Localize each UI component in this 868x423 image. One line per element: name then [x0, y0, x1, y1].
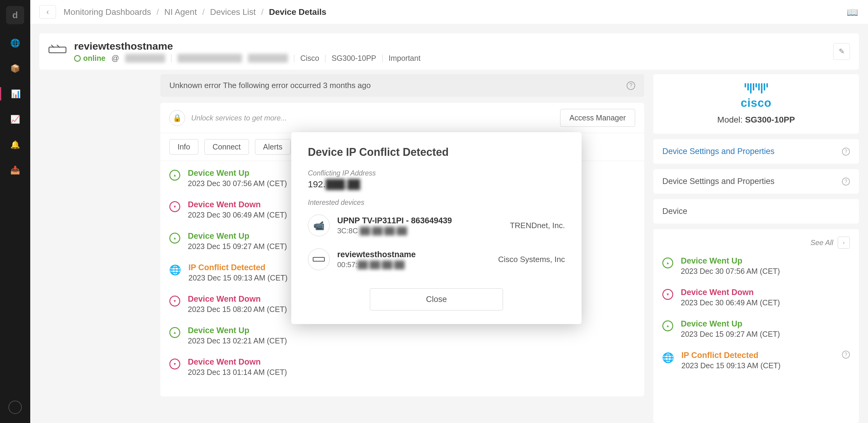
side-event-title: Device Went Up	[681, 256, 780, 266]
access-manager-button[interactable]: Access Manager	[560, 109, 635, 127]
event-title: Device Went Down	[188, 357, 287, 367]
conflict-device-row[interactable]: reviewtesthostname 00:57:██:██:██:██ Cis…	[308, 242, 565, 276]
model-prefix: Model:	[717, 115, 743, 124]
event-title: Device Went Up	[188, 326, 287, 335]
error-text: Unknown error The following error occurr…	[169, 81, 371, 90]
device-settings-link-2[interactable]: Device Settings and Properties	[662, 177, 775, 186]
switch-device-icon	[308, 248, 330, 270]
side-event-date: 2023 Dec 30 06:49 AM (CET)	[681, 298, 780, 307]
at-symbol: @	[112, 54, 119, 63]
ip-conflict-modal: Device IP Conflict Detected Conflicting …	[291, 132, 582, 324]
nav-globe-icon[interactable]: 🌐	[8, 36, 22, 50]
event-title: Device Went Up	[188, 169, 287, 178]
help-icon[interactable]: ?	[842, 148, 850, 155]
tab-info[interactable]: Info	[169, 139, 198, 155]
modal-title: Device IP Conflict Detected	[308, 146, 565, 158]
side-event[interactable]: Device Went Up2023 Dec 30 07:56 AM (CET)	[662, 256, 850, 276]
ip-label: Conflicting IP Address	[308, 169, 565, 177]
svg-rect-3	[313, 258, 324, 262]
svg-rect-0	[49, 47, 66, 53]
nav-dashboard-icon[interactable]: 📊	[0, 87, 30, 100]
back-button[interactable]: ‹	[39, 5, 56, 19]
range-masked: ███████	[248, 54, 288, 63]
mac-masked: ██:██:██:██:██	[178, 54, 242, 63]
device-name: UPNP TV-IP311PI - 863649439	[337, 216, 452, 225]
crumb-current: Device Details	[269, 7, 326, 17]
event-date: 2023 Dec 15 09:27 AM (CET)	[188, 242, 287, 251]
device-link[interactable]: Device	[662, 207, 687, 216]
mac-masked: ██:██:██:██	[358, 261, 405, 269]
settings-link-card-2: Device Settings and Properties ?	[653, 169, 859, 194]
event-date: 2023 Dec 13 01:14 AM (CET)	[188, 368, 287, 377]
importance-label: Important	[389, 54, 421, 63]
nav-inbox-icon[interactable]: 📥	[8, 163, 22, 177]
side-event-date: 2023 Dec 15 09:27 AM (CET)	[681, 330, 780, 339]
crumb-0[interactable]: Monitoring Dashboards	[63, 7, 151, 17]
top-bar: ‹ Monitoring Dashboards/ NI Agent/ Devic…	[30, 0, 868, 24]
app-logo[interactable]: d	[6, 6, 24, 24]
chevron-right-icon[interactable]: ›	[838, 237, 850, 249]
edit-button[interactable]: ✎	[833, 43, 850, 60]
event-title: Device Went Down	[188, 200, 287, 209]
nav-box-icon[interactable]: 📦	[8, 62, 22, 75]
device-settings-link[interactable]: Device Settings and Properties	[662, 147, 775, 156]
nav-chart-icon[interactable]: 📈	[8, 113, 22, 126]
device-name: reviewtesthostname	[337, 250, 416, 259]
device-vendor: Cisco Systems, Inc	[498, 255, 565, 264]
crumb-1[interactable]: NI Agent	[164, 7, 196, 17]
mac-masked: :██:██:██:██	[358, 226, 407, 235]
see-all-link[interactable]: See All	[810, 238, 833, 247]
mac-prefix: 3C:8C	[337, 226, 358, 235]
unlock-text: Unlock services to get more...	[191, 114, 287, 122]
tab-alerts[interactable]: Alerts	[255, 139, 291, 155]
cisco-wordmark: cisco	[662, 96, 850, 110]
side-event[interactable]: Device Went Up2023 Dec 15 09:27 AM (CET)	[662, 319, 850, 339]
event-date: 2023 Dec 15 08:20 AM (CET)	[188, 305, 287, 314]
devices-label: Interested devices	[308, 199, 565, 207]
event-date: 2023 Dec 13 02:21 AM (CET)	[188, 336, 287, 345]
camera-device-icon: 📹	[308, 214, 330, 236]
device-hostname: reviewtesthostname	[74, 40, 421, 52]
docs-icon[interactable]: 📖	[846, 5, 859, 19]
side-event-title: IP Conflict Detected	[681, 351, 781, 360]
cisco-logo-icon	[662, 83, 850, 93]
error-help-icon[interactable]: ?	[627, 81, 635, 90]
crumb-2[interactable]: Devices List	[210, 7, 255, 17]
left-nav-rail: d 🌐 📦 📊 📈 🔔 📥	[0, 0, 30, 423]
vendor-label: Cisco	[300, 54, 319, 63]
ip-prefix: 192.	[308, 179, 326, 189]
settings-link-card: Device Settings and Properties ?	[653, 139, 859, 164]
model-card: cisco Model: SG300-10PP	[653, 74, 859, 134]
nav-bell-icon[interactable]: 🔔	[8, 138, 22, 151]
event-title: Device Went Up	[188, 232, 287, 241]
unlock-row: 🔒 Unlock services to get more... Access …	[160, 103, 644, 133]
mac-prefix: 00:57:	[337, 261, 358, 269]
side-event-title: Device Went Up	[681, 319, 780, 329]
nav-user-avatar[interactable]	[8, 401, 22, 414]
device-link-card: Device	[653, 199, 859, 223]
ip-masked: ███████	[125, 54, 165, 63]
event-title: IP Conflict Detected	[188, 263, 288, 272]
error-banner: Unknown error The following error occurr…	[160, 74, 644, 97]
conflict-device-row[interactable]: 📹 UPNP TV-IP311PI - 863649439 3C:8C:██:█…	[308, 209, 565, 242]
help-icon[interactable]: ?	[842, 178, 850, 185]
side-event-date: 2023 Dec 30 07:56 AM (CET)	[681, 267, 780, 276]
tab-connect[interactable]: Connect	[205, 139, 249, 155]
help-icon[interactable]: ?	[842, 351, 850, 359]
model-label: SG300-10PP	[332, 54, 376, 63]
timeline-event[interactable]: Device Went Down2023 Dec 13 01:14 AM (CE…	[169, 357, 635, 377]
close-button[interactable]: Close	[370, 289, 503, 310]
timeline-event[interactable]: Device Went Up2023 Dec 13 02:21 AM (CET)	[169, 326, 635, 345]
side-event-title: Device Went Down	[681, 288, 780, 297]
side-event[interactable]: Device Went Down2023 Dec 30 06:49 AM (CE…	[662, 288, 850, 307]
event-date: 2023 Dec 15 09:13 AM (CET)	[188, 274, 288, 282]
breadcrumb: Monitoring Dashboards/ NI Agent/ Devices…	[63, 7, 326, 17]
device-header-card: reviewtesthostname online @ ███████ ██:█…	[39, 33, 859, 69]
conflicting-ip: 192.███.██	[308, 179, 565, 189]
status-online: online	[74, 54, 105, 63]
event-date: 2023 Dec 30 06:49 AM (CET)	[188, 211, 287, 219]
model-value: SG300-10PP	[745, 115, 795, 124]
device-vendor: TRENDnet, Inc.	[510, 221, 565, 230]
lock-icon: 🔒	[169, 110, 185, 126]
side-event[interactable]: 🌐IP Conflict Detected2023 Dec 15 09:13 A…	[662, 351, 850, 370]
